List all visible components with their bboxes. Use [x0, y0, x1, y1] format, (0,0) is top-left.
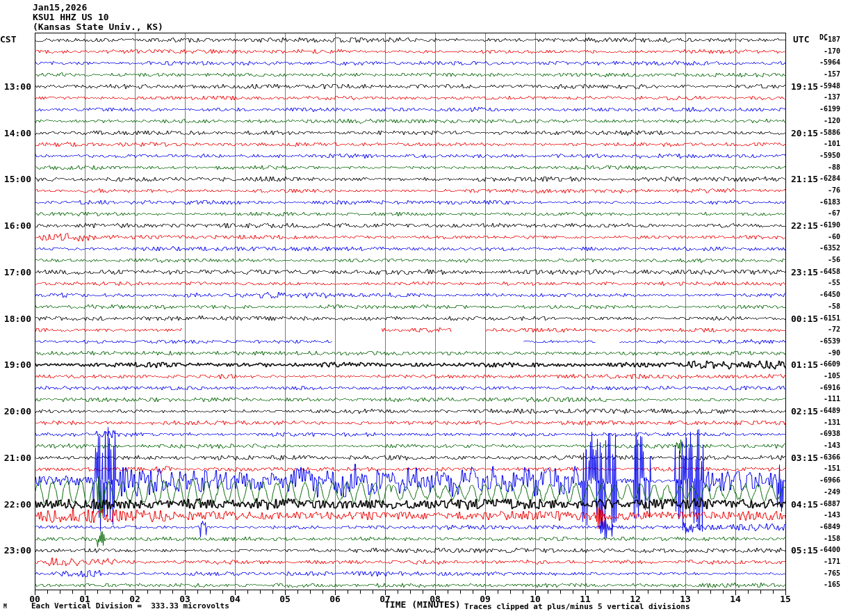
dc-offset-value: -5948: [810, 83, 840, 90]
dc-offset-value: -90: [810, 350, 840, 357]
dc-offset-value: -6966: [810, 477, 840, 484]
dc-offset-value: -67: [810, 210, 840, 217]
cst-hour-label: 18:00: [0, 314, 31, 323]
dc-offset-value: -765: [810, 570, 840, 577]
dc-offset-value: -165: [810, 581, 840, 588]
dc-offset-value: -105: [810, 373, 840, 380]
dc-offset-value: -6400: [810, 546, 840, 553]
dc-offset-value: -56: [810, 257, 840, 264]
dc-offset-value: -157: [810, 71, 840, 78]
dc-offset-value: -88: [810, 164, 840, 171]
cst-hour-label: 22:00: [0, 500, 31, 509]
dc-offset-value: -6887: [810, 501, 840, 508]
cst-hour-label: 14:00: [0, 129, 31, 138]
x-tick-label: 05: [272, 594, 297, 603]
dc-offset-value: -111: [810, 396, 840, 403]
dc-offset-value: -5950: [810, 152, 840, 159]
dc-offset-value: -143: [810, 512, 840, 519]
footer-clip-note: Traces clipped at plus/minus 5 vertical …: [464, 603, 690, 610]
title-date: Jan15,2026: [33, 3, 87, 12]
x-tick-label: 14: [723, 594, 748, 603]
dc-offset-value: -6609: [810, 361, 840, 368]
dc-offset-value: -6199: [810, 106, 840, 113]
x-axis-title: TIME (MINUTES): [384, 600, 461, 609]
dc-offset-value: -55: [810, 279, 840, 286]
dc-offset-value: -187: [810, 36, 840, 43]
x-tick-label: 15: [773, 594, 798, 603]
cst-hour-label: 20:00: [0, 407, 31, 416]
title-location: (Kansas State Univ., KS): [33, 22, 163, 31]
dc-offset-value: -137: [810, 94, 840, 101]
x-tick-label: 06: [322, 594, 348, 603]
dc-offset-value: -6489: [810, 407, 840, 414]
dc-offset-value: -151: [810, 465, 840, 472]
dc-offset-value: -6352: [810, 245, 840, 252]
dc-offset-value: -143: [810, 442, 840, 449]
dc-offset-value: -6190: [810, 222, 840, 229]
cst-hour-label: 17:00: [0, 268, 31, 277]
dc-offset-value: -60: [810, 234, 840, 241]
dc-offset-value: -170: [810, 48, 840, 55]
dc-offset-value: -6458: [810, 268, 840, 275]
dc-offset-value: -249: [810, 489, 840, 496]
dc-offset-value: -58: [810, 303, 840, 310]
dc-offset-value: -158: [810, 535, 840, 542]
cst-hour-label: 23:00: [0, 546, 31, 555]
dc-offset-value: -101: [810, 140, 840, 147]
cst-hour-label: 16:00: [0, 221, 31, 230]
dc-offset-value: -131: [810, 419, 840, 426]
dc-offset-value: -6450: [810, 291, 840, 298]
seismogram-plot-canvas: [0, 0, 841, 616]
dc-offset-value: -6938: [810, 430, 840, 437]
dc-offset-value: -120: [810, 117, 840, 124]
cst-hour-label: 15:00: [0, 175, 31, 184]
dc-offset-value: -6366: [810, 454, 840, 461]
dc-offset-value: -5964: [810, 59, 840, 66]
dc-offset-value: -6539: [810, 338, 840, 345]
right-timezone-label: UTC: [793, 35, 809, 44]
dc-offset-value: -6284: [810, 175, 840, 182]
dc-offset-value: -6183: [810, 199, 840, 206]
dc-offset-value: -5886: [810, 129, 840, 136]
dc-offset-value: -6849: [810, 524, 840, 530]
corner-glyph: M: [3, 604, 7, 610]
dc-offset-value: -6916: [810, 384, 840, 391]
dc-offset-value: -72: [810, 326, 840, 333]
helicorder-screen: Jan15,2026 KSU1 HHZ US 10 (Kansas State …: [0, 0, 841, 616]
cst-hour-label: 21:00: [0, 453, 31, 462]
footer-scale-note: Each Vertical Division = 333.33 microvol…: [31, 602, 229, 610]
dc-offset-value: -171: [810, 558, 840, 565]
cst-hour-label: 13:00: [0, 82, 31, 91]
title-station: KSU1 HHZ US 10: [33, 13, 109, 22]
cst-hour-label: 19:00: [0, 360, 31, 369]
dc-offset-value: -76: [810, 187, 840, 194]
left-timezone-label: CST: [0, 35, 16, 44]
dc-offset-value: -6151: [810, 315, 840, 322]
